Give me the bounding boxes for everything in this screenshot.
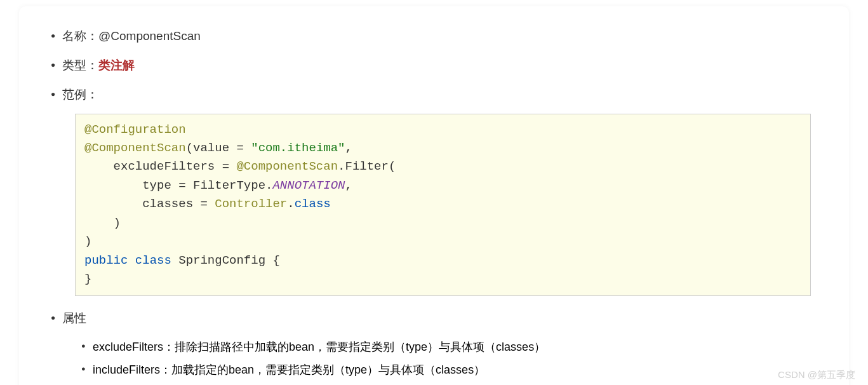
code-token: , — [345, 179, 352, 192]
code-token: classes = — [84, 197, 215, 211]
code-token: , — [345, 141, 352, 155]
code-token: .Filter( — [338, 159, 396, 173]
code-token: Controller — [215, 197, 287, 211]
item-name: 名称：@ComponentScan — [51, 25, 817, 47]
type-value: 类注解 — [98, 58, 135, 72]
properties-label: 属性 — [62, 311, 86, 325]
code-token: class — [135, 253, 171, 267]
example-label: 范例： — [62, 88, 98, 101]
code-token: SpringConfig { — [171, 253, 280, 267]
watermark: CSDN @第五季度 — [778, 369, 855, 381]
code-token: } — [84, 272, 91, 286]
code-token — [128, 253, 135, 267]
code-token: . — [287, 197, 294, 211]
code-token: ) — [84, 216, 121, 230]
code-token: ) — [84, 234, 91, 248]
code-token: @Configuration — [84, 123, 186, 137]
sub-item-exclude: excludeFilters：排除扫描路径中加载的bean，需要指定类别（typ… — [81, 335, 817, 358]
code-block: @Configuration @ComponentScan(value = "c… — [75, 114, 811, 296]
code-token: "com.itheima" — [251, 141, 345, 155]
code-token: (value = — [186, 141, 251, 155]
code-token: public — [84, 253, 128, 267]
sub-text: includeFilters：加载指定的bean，需要指定类别（type）与具体… — [93, 363, 485, 376]
name-value: @ComponentScan — [98, 29, 201, 43]
sub-item-include: includeFilters：加载指定的bean，需要指定类别（type）与具体… — [81, 358, 817, 381]
code-token: @ComponentScan — [84, 141, 186, 155]
code-token: class — [295, 197, 331, 211]
code-token: @ComponentScan — [236, 159, 338, 173]
document-container: 名称：@ComponentScan 类型：类注解 范例： @Configurat… — [19, 6, 849, 385]
item-properties: 属性 excludeFilters：排除扫描路径中加载的bean，需要指定类别（… — [51, 307, 817, 381]
sub-list: excludeFilters：排除扫描路径中加载的bean，需要指定类别（typ… — [81, 335, 817, 381]
main-list: 名称：@ComponentScan 类型：类注解 范例： — [51, 25, 817, 106]
type-label: 类型： — [62, 58, 98, 72]
properties-list: 属性 excludeFilters：排除扫描路径中加载的bean，需要指定类别（… — [51, 307, 817, 381]
name-label: 名称： — [62, 29, 98, 43]
code-token: excludeFilters = — [84, 159, 236, 173]
code-token: type = FilterType. — [84, 179, 272, 192]
item-type: 类型：类注解 — [51, 55, 817, 76]
code-token: ANNOTATION — [272, 179, 345, 192]
sub-text: excludeFilters：排除扫描路径中加载的bean，需要指定类别（typ… — [93, 341, 545, 353]
item-example: 范例： — [51, 84, 817, 105]
